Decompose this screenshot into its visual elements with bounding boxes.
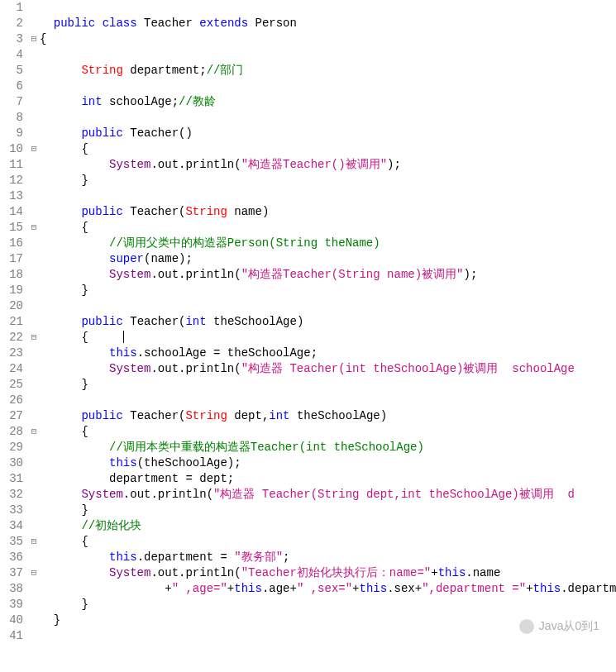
line-number: 3 <box>0 31 23 47</box>
fold-marker[interactable]: ⊟ <box>28 141 40 157</box>
fold-marker[interactable]: ⊟ <box>28 424 40 440</box>
code-line[interactable] <box>40 188 616 204</box>
fold-marker[interactable]: ⊟ <box>28 565 40 581</box>
line-number-gutter: 1234567891011121314151617181920212223242… <box>0 0 28 644</box>
code-line[interactable] <box>40 393 616 408</box>
watermark-icon <box>519 619 534 634</box>
line-number: 37 <box>0 565 23 581</box>
fold-marker <box>28 393 40 408</box>
fold-marker <box>28 0 40 16</box>
line-number: 40 <box>0 612 23 628</box>
code-line[interactable]: { <box>40 534 616 550</box>
fold-marker <box>28 16 40 31</box>
code-line[interactable]: } <box>40 377 616 393</box>
code-line[interactable] <box>40 0 616 16</box>
code-line[interactable]: department = dept; <box>40 471 616 487</box>
line-number: 20 <box>0 298 23 314</box>
code-line[interactable] <box>40 298 616 314</box>
fold-marker <box>28 204 40 220</box>
code-line[interactable]: this.department = "教务部"; <box>40 550 616 565</box>
code-line[interactable]: { <box>40 141 616 157</box>
code-area[interactable]: public class Teacher extends Person{ Str… <box>40 0 616 644</box>
fold-marker <box>28 110 40 126</box>
code-editor[interactable]: 1234567891011121314151617181920212223242… <box>0 0 616 644</box>
code-line[interactable]: +" ,age="+this.age+" ,sex="+this.sex+",d… <box>40 581 616 597</box>
code-line[interactable] <box>40 47 616 63</box>
code-line[interactable]: //调用本类中重载的构造器Teacher(int theSchoolAge) <box>40 440 616 455</box>
line-number: 6 <box>0 79 23 94</box>
line-number: 8 <box>0 110 23 126</box>
line-number: 2 <box>0 16 23 31</box>
code-line[interactable]: System.out.println("构造器 Teacher(int theS… <box>40 361 616 377</box>
fold-marker <box>28 440 40 455</box>
code-line[interactable]: public Teacher(String dept,int theSchool… <box>40 408 616 424</box>
fold-marker <box>28 550 40 565</box>
fold-marker[interactable]: ⊟ <box>28 534 40 550</box>
fold-marker <box>28 298 40 314</box>
fold-marker <box>28 283 40 298</box>
code-line[interactable]: public Teacher(int theSchoolAge) <box>40 314 616 330</box>
code-line[interactable]: public Teacher(String name) <box>40 204 616 220</box>
line-number: 24 <box>0 361 23 377</box>
fold-marker[interactable]: ⊟ <box>28 330 40 346</box>
fold-marker <box>28 597 40 612</box>
fold-marker <box>28 236 40 251</box>
code-line[interactable]: } <box>40 173 616 188</box>
code-line[interactable] <box>40 110 616 126</box>
code-line[interactable]: System.out.println("构造器Teacher(String na… <box>40 267 616 283</box>
code-line[interactable]: } <box>40 283 616 298</box>
fold-marker <box>28 126 40 141</box>
fold-marker <box>28 408 40 424</box>
fold-marker[interactable]: ⊟ <box>28 31 40 47</box>
line-number: 5 <box>0 63 23 79</box>
line-number: 34 <box>0 518 23 534</box>
fold-marker <box>28 251 40 267</box>
fold-marker <box>28 188 40 204</box>
code-line[interactable]: System.out.println("Teacher初始化块执行后：name=… <box>40 565 616 581</box>
code-line[interactable]: System.out.println("构造器Teacher()被调用"); <box>40 157 616 173</box>
line-number: 12 <box>0 173 23 188</box>
line-number: 30 <box>0 455 23 471</box>
line-number: 29 <box>0 440 23 455</box>
code-line[interactable]: System.out.println("构造器 Teacher(String d… <box>40 487 616 503</box>
fold-marker <box>28 471 40 487</box>
code-line[interactable]: this(theSchoolAge); <box>40 455 616 471</box>
line-number: 18 <box>0 267 23 283</box>
line-number: 9 <box>0 126 23 141</box>
line-number: 23 <box>0 346 23 361</box>
fold-marker <box>28 581 40 597</box>
fold-marker <box>28 79 40 94</box>
fold-marker <box>28 361 40 377</box>
code-line[interactable]: public Teacher() <box>40 126 616 141</box>
code-line[interactable]: } <box>40 503 616 518</box>
fold-marker <box>28 63 40 79</box>
code-line[interactable]: { <box>40 330 616 346</box>
fold-marker <box>28 157 40 173</box>
code-line[interactable] <box>40 79 616 94</box>
fold-marker[interactable]: ⊟ <box>28 220 40 236</box>
line-number: 1 <box>0 0 23 16</box>
line-number: 32 <box>0 487 23 503</box>
code-line[interactable]: super(name); <box>40 251 616 267</box>
fold-gutter[interactable]: ⊟⊟⊟⊟⊟⊟⊟ <box>28 0 40 644</box>
line-number: 22 <box>0 330 23 346</box>
line-number: 26 <box>0 393 23 408</box>
code-line[interactable]: { <box>40 31 616 47</box>
code-line[interactable]: int schoolAge;//教龄 <box>40 94 616 110</box>
fold-marker <box>28 47 40 63</box>
code-line[interactable]: } <box>40 597 616 612</box>
line-number: 14 <box>0 204 23 220</box>
watermark: Java从0到1 <box>519 619 599 634</box>
fold-marker <box>28 503 40 518</box>
code-line[interactable]: //初始化块 <box>40 518 616 534</box>
code-line[interactable]: { <box>40 424 616 440</box>
fold-marker <box>28 173 40 188</box>
code-line[interactable]: { <box>40 220 616 236</box>
code-line[interactable]: //调用父类中的构造器Person(String theName) <box>40 236 616 251</box>
line-number: 31 <box>0 471 23 487</box>
line-number: 17 <box>0 251 23 267</box>
line-number: 25 <box>0 377 23 393</box>
code-line[interactable]: this.schoolAge = theSchoolAge; <box>40 346 616 361</box>
code-line[interactable]: public class Teacher extends Person <box>40 16 616 31</box>
code-line[interactable]: String department;//部门 <box>40 63 616 79</box>
